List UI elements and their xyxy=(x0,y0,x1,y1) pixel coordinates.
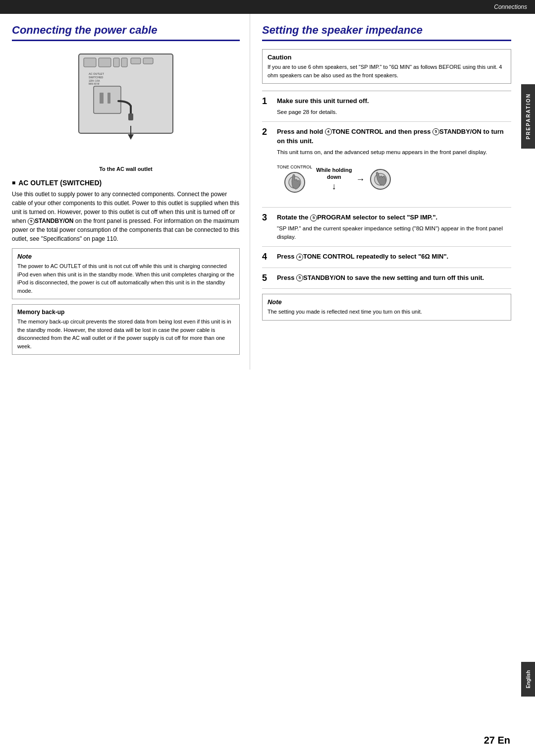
svg-rect-11 xyxy=(94,86,121,113)
step-2-title: Press and hold 4TONE CONTROL and then pr… xyxy=(277,127,511,146)
diagram-area: TONE CONTROL While holding down xyxy=(277,162,511,197)
memory-backup-text: The memory back-up circuit prevents the … xyxy=(17,318,234,350)
caution-box: Caution If you are to use 6 ohm speakers… xyxy=(262,49,511,84)
standby-icon-inline: 5 xyxy=(28,218,35,225)
program-icon-5: 5 xyxy=(310,215,317,221)
arrow-down-indicator: ↓ xyxy=(332,181,336,191)
tone-control-knob xyxy=(283,170,307,194)
svg-rect-5 xyxy=(131,58,141,64)
step-5-title: Press 5STANDBY/ON to save the new settin… xyxy=(277,273,511,283)
step-4-number: 4 xyxy=(262,252,273,263)
svg-text:AC OUTLET: AC OUTLET xyxy=(89,72,105,75)
svg-rect-13 xyxy=(107,93,110,104)
standby-icon-5b: 5 xyxy=(296,274,303,281)
device-image-area: AC OUTLET SWITCHED 120V~3.5A MAX 60 W xyxy=(12,49,240,172)
svg-rect-14 xyxy=(128,113,133,120)
standby-icon-5: 5 xyxy=(432,128,439,135)
caution-title: Caution xyxy=(268,54,506,61)
step-2-number: 2 xyxy=(262,127,273,202)
top-bar: Connections xyxy=(0,0,535,14)
svg-rect-1 xyxy=(84,58,96,67)
note-right-title: Note xyxy=(268,298,506,306)
tone-ctrl-icon-4: 4 xyxy=(325,128,332,135)
arrow-right: → xyxy=(356,174,365,185)
note-right-text: The setting you made is reflected next t… xyxy=(268,308,506,316)
step-2: 2 Press and hold 4TONE CONTROL and then … xyxy=(262,127,511,208)
svg-marker-16 xyxy=(128,134,134,140)
step-1-body: See page 28 for details. xyxy=(277,108,511,116)
caution-text: If you are to use 6 ohm speakers, set "S… xyxy=(268,63,506,79)
device-label: To the AC wall outlet xyxy=(99,166,153,172)
step-4-content: Press 4TONE CONTROL repeatedly to select… xyxy=(277,252,511,263)
left-heading: Connecting the power cable xyxy=(12,24,240,41)
standby-knob xyxy=(369,167,392,191)
step-5-content: Press 5STANDBY/ON to save the new settin… xyxy=(277,273,511,284)
step-3-title: Rotate the 5PROGRAM selector to select "… xyxy=(277,213,511,222)
step-3-content: Rotate the 5PROGRAM selector to select "… xyxy=(277,213,511,241)
memory-backup-box: Memory back-up The memory back-up circui… xyxy=(12,304,240,355)
step-3-number: 3 xyxy=(262,213,273,241)
left-column: Connecting the power cable AC OUTLET xyxy=(0,14,250,370)
step-3-body: "SP IMP." and the current speaker impeda… xyxy=(277,224,511,242)
ac-outlet-title: AC OUTLET (SWITCHED) xyxy=(12,179,240,187)
step-5: 5 Press 5STANDBY/ON to save the new sett… xyxy=(262,273,511,289)
step-4: 4 Press 4TONE CONTROL repeatedly to sele… xyxy=(262,252,511,268)
right-heading: Setting the speaker impedance xyxy=(262,24,511,41)
step-1-title: Make sure this unit turned off. xyxy=(277,96,511,106)
step-4-title: Press 4TONE CONTROL repeatedly to select… xyxy=(277,252,511,262)
ac-outlet-body: Use this outlet to supply power to any c… xyxy=(12,190,240,243)
step-3: 3 Rotate the 5PROGRAM selector to select… xyxy=(262,213,511,247)
section-label: Connections xyxy=(494,3,527,10)
step-2-content: Press and hold 4TONE CONTROL and then pr… xyxy=(277,127,511,202)
note-box-right: Note The setting you made is reflected n… xyxy=(262,294,511,321)
step-1: 1 Make sure this unit turned off. See pa… xyxy=(262,91,511,122)
step-5-number: 5 xyxy=(262,273,273,284)
english-label: English xyxy=(526,670,531,688)
svg-rect-2 xyxy=(99,58,111,67)
note-text: The power to AC OUTLET of this unit is n… xyxy=(17,262,234,295)
tone-control-icon-box: TONE CONTROL xyxy=(277,164,312,194)
svg-text:SWITCHED: SWITCHED xyxy=(89,76,103,79)
tone-control-label: TONE CONTROL xyxy=(277,164,312,169)
step-1-number: 1 xyxy=(262,96,273,116)
note-title: Note xyxy=(17,253,234,260)
side-tab-preparation: PREPARATION xyxy=(521,84,535,149)
while-holding-text: While holding down ↓ xyxy=(316,166,352,192)
preparation-label: PREPARATION xyxy=(526,93,531,139)
standby-icon-box xyxy=(369,167,392,191)
step-1-content: Make sure this unit turned off. See page… xyxy=(277,96,511,116)
main-content: Connecting the power cable AC OUTLET xyxy=(0,14,521,370)
svg-rect-4 xyxy=(121,58,127,67)
svg-rect-3 xyxy=(113,58,119,67)
svg-text:MAX 60 W: MAX 60 W xyxy=(89,83,100,85)
svg-text:120V~3.5A: 120V~3.5A xyxy=(89,80,100,82)
tone-ctrl-icon-4b: 4 xyxy=(296,254,303,261)
device-svg: AC OUTLET SWITCHED 120V~3.5A MAX 60 W xyxy=(74,49,178,172)
page-number: 27 En xyxy=(484,735,510,746)
note-box: Note The power to AC OUTLET of this unit… xyxy=(12,248,240,299)
side-tab-english: English xyxy=(521,662,535,697)
svg-rect-12 xyxy=(100,93,104,104)
step-2-body: This unit turns on, and the advanced set… xyxy=(277,148,511,157)
device-illustration: AC OUTLET SWITCHED 120V~3.5A MAX 60 W xyxy=(74,49,178,163)
memory-backup-title: Memory back-up xyxy=(17,309,234,316)
svg-rect-6 xyxy=(143,58,153,64)
right-column: Setting the speaker impedance Caution If… xyxy=(250,14,521,370)
